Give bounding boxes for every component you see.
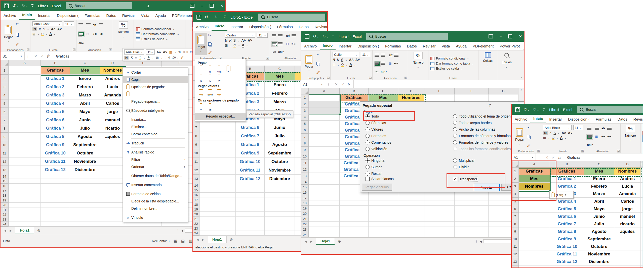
cell[interactable] <box>9 166 41 174</box>
undo-icon[interactable]: ↺⌄ <box>524 107 530 112</box>
paste-option-icon[interactable]: 123 <box>198 89 205 97</box>
cell[interactable] <box>309 94 340 101</box>
row-header-10[interactable]: 10 <box>193 149 199 157</box>
tab-archivo[interactable]: Archivo <box>1 12 19 20</box>
page-break-icon[interactable]: ▥ <box>189 239 192 243</box>
cell[interactable]: Nombres <box>398 94 424 101</box>
customize-qat-icon[interactable]: ⌄ <box>543 108 545 111</box>
add-sheet-icon[interactable]: ⊕ <box>335 238 344 245</box>
column-header-D[interactable]: D <box>398 88 424 94</box>
context-menu-item-formato-de-celdas-[interactable]: Formato de celdas... <box>123 190 188 197</box>
context-menu-item[interactable] <box>123 90 188 98</box>
mini-font-select[interactable]: Arial Blac⌄ <box>124 49 144 55</box>
radio-comentarios[interactable]: Comentarios <box>366 140 391 144</box>
redo-icon[interactable]: ↻⌄ <box>533 107 539 112</box>
row-header-9[interactable]: 9 <box>193 140 199 149</box>
underline-button[interactable]: S <box>43 27 45 31</box>
cell[interactable]: Julio <box>70 124 100 133</box>
undo-icon[interactable]: ↺⌄ <box>12 4 18 8</box>
redo-icon[interactable]: ↻⌄ <box>22 4 28 8</box>
cell[interactable]: Gráficas <box>41 66 70 75</box>
row-header-24[interactable]: 24 <box>301 232 309 237</box>
search-box[interactable]: Buscar <box>577 106 643 113</box>
row-header-15[interactable]: 15 <box>193 188 199 193</box>
scroll-left-icon[interactable]: ◀ <box>181 229 183 232</box>
cell[interactable]: Gráfica 12 <box>550 258 584 265</box>
cell[interactable] <box>519 258 550 265</box>
cell[interactable]: Julio <box>584 220 614 228</box>
context-menu-item-elegir-de-la-lista-desplegable-[interactable]: Elegir de la lista desplegable... <box>123 197 188 205</box>
save-icon[interactable] <box>196 15 201 20</box>
row-header-3[interactable]: 3 <box>301 107 309 114</box>
tab-datos[interactable]: Datos <box>404 42 420 50</box>
cell[interactable]: Gráfica 8 <box>236 140 265 149</box>
cell[interactable] <box>641 205 643 213</box>
cell[interactable]: Gráfica 3 <box>41 91 70 99</box>
cell[interactable]: ricardo <box>614 220 641 228</box>
align-right-icon[interactable] <box>78 32 83 36</box>
font-name-select[interactable]: Arial Black⌄ <box>32 21 62 26</box>
cell[interactable] <box>41 174 70 179</box>
column-header-D[interactable]: D <box>614 161 641 168</box>
cell[interactable] <box>100 198 125 203</box>
cell[interactable]: jorge <box>614 205 641 213</box>
cell[interactable] <box>70 188 100 193</box>
increase-indent-icon[interactable]: ⇥≡ <box>99 32 103 36</box>
cell[interactable] <box>309 153 340 160</box>
cell[interactable]: Septiembre <box>265 149 295 157</box>
cell[interactable] <box>455 232 489 237</box>
cell[interactable]: manuel <box>614 213 641 220</box>
context-menu-item-copiar[interactable]: Copiar <box>123 76 188 83</box>
cell[interactable]: aquiles <box>614 228 641 235</box>
cell[interactable]: Gráfica 4 <box>550 198 584 205</box>
context-menu-item-eliminar-[interactable]: Eliminar... <box>123 123 188 130</box>
cell[interactable] <box>641 235 643 243</box>
style-item[interactable]: Dar formato como tabla⌄ <box>430 61 474 66</box>
cell[interactable]: Mayo <box>584 205 614 213</box>
cell[interactable] <box>340 227 369 232</box>
cell[interactable] <box>455 206 489 211</box>
row-header-8[interactable]: 8 <box>512 220 519 228</box>
cell[interactable]: Gráfica 2 <box>550 183 584 190</box>
row-header-13[interactable]: 13 <box>1 166 9 174</box>
paste-option-icon[interactable]: ⇄ <box>216 75 223 82</box>
cell[interactable]: Marzo <box>70 91 100 99</box>
cell[interactable]: Amanda <box>100 91 125 99</box>
context-menu-item-definir-nombre-[interactable]: Definir nombre... <box>123 205 188 212</box>
name-box[interactable]: B1▼ <box>1 52 25 60</box>
cell[interactable] <box>424 232 455 237</box>
copy-icon[interactable] <box>208 42 211 46</box>
row-header-10[interactable]: 10 <box>512 235 519 243</box>
style-item[interactable]: Dar formato como tabla⌄ <box>136 32 179 37</box>
cell[interactable] <box>100 222 125 227</box>
row-header-22[interactable]: 22 <box>193 221 199 226</box>
customize-qat-icon[interactable]: ⌄ <box>224 16 226 19</box>
column-header-B[interactable]: B <box>340 88 369 94</box>
cell[interactable] <box>100 217 125 222</box>
row-header-1[interactable]: 1 <box>301 94 309 101</box>
context-menu-item-filtrar[interactable]: Filtrar› <box>123 156 188 163</box>
context-menu-item-borrar-contenido[interactable]: Borrar contenido <box>123 130 188 138</box>
cell[interactable] <box>424 200 455 206</box>
bold-button[interactable]: N <box>225 38 227 42</box>
row-header-2[interactable]: 2 <box>301 101 309 107</box>
tab-archivo[interactable]: Archivo <box>301 42 320 50</box>
bold-button[interactable]: N <box>32 27 37 31</box>
paste-option-icon[interactable]: ▣ <box>207 103 214 111</box>
cell[interactable]: Mes <box>70 66 100 75</box>
font-color-icon[interactable]: A <box>49 32 52 36</box>
cell[interactable] <box>199 231 236 236</box>
cell[interactable]: Septiembre <box>70 141 100 149</box>
cell[interactable] <box>9 207 41 212</box>
cell[interactable] <box>41 193 70 198</box>
shrink-font-icon[interactable]: A˅ <box>57 27 62 31</box>
cell[interactable] <box>309 140 340 147</box>
row-header-23[interactable]: 23 <box>301 227 309 232</box>
cell[interactable]: Gráfica 10 <box>41 149 70 157</box>
row-header-18[interactable]: 18 <box>1 193 9 198</box>
cell[interactable] <box>236 193 265 197</box>
help-icon[interactable]: ? <box>489 103 491 107</box>
cell[interactable]: ricardo <box>100 124 125 133</box>
row-header-22[interactable]: 22 <box>301 222 309 227</box>
cell[interactable]: Lucia <box>100 83 125 91</box>
